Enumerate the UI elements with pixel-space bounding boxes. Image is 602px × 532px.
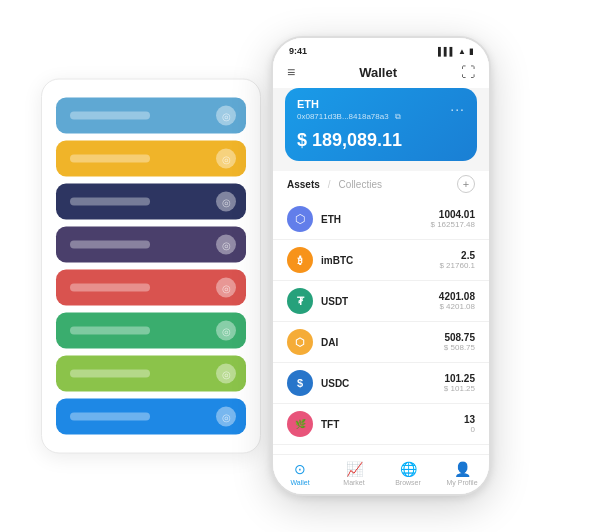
browser-nav-label: Browser xyxy=(395,479,421,486)
stack-card-4: ◎ xyxy=(56,227,246,263)
card-line-5 xyxy=(70,284,150,292)
nav-item-profile[interactable]: 👤 My Profile xyxy=(435,461,489,486)
usdt-values: 4201.08 $ 4201.08 xyxy=(439,291,475,311)
dai-values: 508.75 $ 508.75 xyxy=(444,332,475,352)
stack-card-1: ◎ xyxy=(56,98,246,134)
tft-symbol: TFT xyxy=(321,419,464,430)
eth-values: 1004.01 $ 162517.48 xyxy=(431,209,476,229)
asset-item-usdc[interactable]: $ USDC 101.25 $ 101.25 xyxy=(273,363,489,404)
asset-list: ⬡ ETH 1004.01 $ 162517.48 ₿ imBTC 2.5 $ … xyxy=(273,199,489,454)
card-icon-6: ◎ xyxy=(216,321,236,341)
dai-usd: $ 508.75 xyxy=(444,343,475,352)
asset-item-eth[interactable]: ⬡ ETH 1004.01 $ 162517.48 xyxy=(273,199,489,240)
wallet-nav-icon: ⊙ xyxy=(294,461,306,477)
profile-nav-label: My Profile xyxy=(446,479,477,486)
eth-icon: ⬡ xyxy=(287,206,313,232)
profile-nav-icon: 👤 xyxy=(454,461,471,477)
tft-values: 13 0 xyxy=(464,414,475,434)
usdt-amount: 4201.08 xyxy=(439,291,475,302)
card-icon-5: ◎ xyxy=(216,278,236,298)
eth-card-address: 0x08711d3B...8418a78a3 ⧉ xyxy=(297,112,465,122)
stack-card-6: ◎ xyxy=(56,313,246,349)
card-icon-2: ◎ xyxy=(216,149,236,169)
card-icon-7: ◎ xyxy=(216,364,236,384)
assets-header: Assets / Collecties + xyxy=(273,171,489,199)
card-icon-1: ◎ xyxy=(216,106,236,126)
eth-card[interactable]: ... ETH 0x08711d3B...8418a78a3 ⧉ $ 189,0… xyxy=(285,88,477,161)
asset-item-imbtc[interactable]: ₿ imBTC 2.5 $ 21760.1 xyxy=(273,240,489,281)
tab-separator: / xyxy=(328,179,331,190)
tab-collecties[interactable]: Collecties xyxy=(339,179,382,190)
dai-icon: ⬡ xyxy=(287,329,313,355)
card-line-8 xyxy=(70,413,150,421)
wallet-nav-label: Wallet xyxy=(290,479,309,486)
imbtc-symbol: imBTC xyxy=(321,255,439,266)
card-line-2 xyxy=(70,155,150,163)
tft-icon: 🌿 xyxy=(287,411,313,437)
asset-item-usdt[interactable]: ₮ USDT 4201.08 $ 4201.08 xyxy=(273,281,489,322)
card-stack: ◎ ◎ ◎ ◎ ◎ ◎ ◎ ◎ xyxy=(41,79,261,454)
market-nav-icon: 📈 xyxy=(346,461,363,477)
usdc-usd: $ 101.25 xyxy=(444,384,475,393)
stack-card-3: ◎ xyxy=(56,184,246,220)
usdt-usd: $ 4201.08 xyxy=(439,302,475,311)
dai-amount: 508.75 xyxy=(444,332,475,343)
card-line xyxy=(70,112,150,120)
tft-usd: 0 xyxy=(464,425,475,434)
eth-card-symbol: ETH xyxy=(297,98,465,110)
stack-card-5: ◎ xyxy=(56,270,246,306)
status-bar: 9:41 ▌▌▌ ▲ ▮ xyxy=(273,38,489,60)
usdc-amount: 101.25 xyxy=(444,373,475,384)
card-icon-8: ◎ xyxy=(216,407,236,427)
eth-card-balance: $ 189,089.11 xyxy=(297,130,465,151)
tft-amount: 13 xyxy=(464,414,475,425)
page-title: Wallet xyxy=(359,65,397,80)
stack-card-8: ◎ xyxy=(56,399,246,435)
market-nav-label: Market xyxy=(343,479,364,486)
add-asset-button[interactable]: + xyxy=(457,175,475,193)
imbtc-amount: 2.5 xyxy=(439,250,475,261)
usdc-symbol: USDC xyxy=(321,378,444,389)
usdt-icon: ₮ xyxy=(287,288,313,314)
dai-symbol: DAI xyxy=(321,337,444,348)
usdt-symbol: USDT xyxy=(321,296,439,307)
battery-icon: ▮ xyxy=(469,47,473,56)
eth-amount: 1004.01 xyxy=(431,209,476,220)
asset-item-tft[interactable]: 🌿 TFT 13 0 xyxy=(273,404,489,445)
expand-icon[interactable]: ⛶ xyxy=(461,64,475,80)
eth-symbol: ETH xyxy=(321,214,431,225)
nav-item-wallet[interactable]: ⊙ Wallet xyxy=(273,461,327,486)
status-icons: ▌▌▌ ▲ ▮ xyxy=(438,47,473,56)
asset-item-dai[interactable]: ⬡ DAI 508.75 $ 508.75 xyxy=(273,322,489,363)
card-line-3 xyxy=(70,198,150,206)
assets-tabs: Assets / Collecties xyxy=(287,179,382,190)
phone-mockup: 9:41 ▌▌▌ ▲ ▮ ≡ Wallet ⛶ ... ETH 0x08711d… xyxy=(271,36,491,496)
usdc-icon: $ xyxy=(287,370,313,396)
scene: ◎ ◎ ◎ ◎ ◎ ◎ ◎ ◎ xyxy=(11,11,591,521)
imbtc-icon: ₿ xyxy=(287,247,313,273)
wifi-icon: ▲ xyxy=(458,47,466,56)
usdc-values: 101.25 $ 101.25 xyxy=(444,373,475,393)
stack-card-2: ◎ xyxy=(56,141,246,177)
signal-icon: ▌▌▌ xyxy=(438,47,455,56)
browser-nav-icon: 🌐 xyxy=(400,461,417,477)
card-line-6 xyxy=(70,327,150,335)
status-time: 9:41 xyxy=(289,46,307,56)
bottom-nav: ⊙ Wallet 📈 Market 🌐 Browser 👤 My Profile xyxy=(273,454,489,494)
card-line-7 xyxy=(70,370,150,378)
menu-icon[interactable]: ≡ xyxy=(287,64,295,80)
tab-assets[interactable]: Assets xyxy=(287,179,320,190)
card-line-4 xyxy=(70,241,150,249)
address-copy-icon[interactable]: ⧉ xyxy=(395,112,401,121)
eth-usd: $ 162517.48 xyxy=(431,220,476,229)
imbtc-values: 2.5 $ 21760.1 xyxy=(439,250,475,270)
card-icon-3: ◎ xyxy=(216,192,236,212)
nav-item-market[interactable]: 📈 Market xyxy=(327,461,381,486)
card-icon-4: ◎ xyxy=(216,235,236,255)
nav-item-browser[interactable]: 🌐 Browser xyxy=(381,461,435,486)
imbtc-usd: $ 21760.1 xyxy=(439,261,475,270)
stack-card-7: ◎ xyxy=(56,356,246,392)
app-header: ≡ Wallet ⛶ xyxy=(273,60,489,88)
phone-screen: 9:41 ▌▌▌ ▲ ▮ ≡ Wallet ⛶ ... ETH 0x08711d… xyxy=(273,38,489,494)
